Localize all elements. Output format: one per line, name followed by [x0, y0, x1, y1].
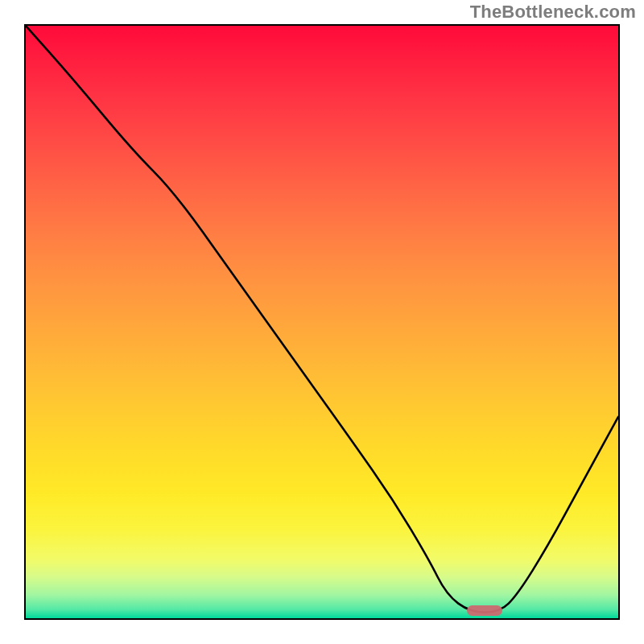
curve-path — [26, 26, 618, 613]
watermark-text: TheBottleneck.com — [470, 2, 636, 23]
plot-area — [24, 24, 620, 620]
bottleneck-curve — [26, 26, 618, 618]
optimal-range-marker — [467, 605, 502, 616]
chart-container: TheBottleneck.com — [0, 0, 644, 644]
